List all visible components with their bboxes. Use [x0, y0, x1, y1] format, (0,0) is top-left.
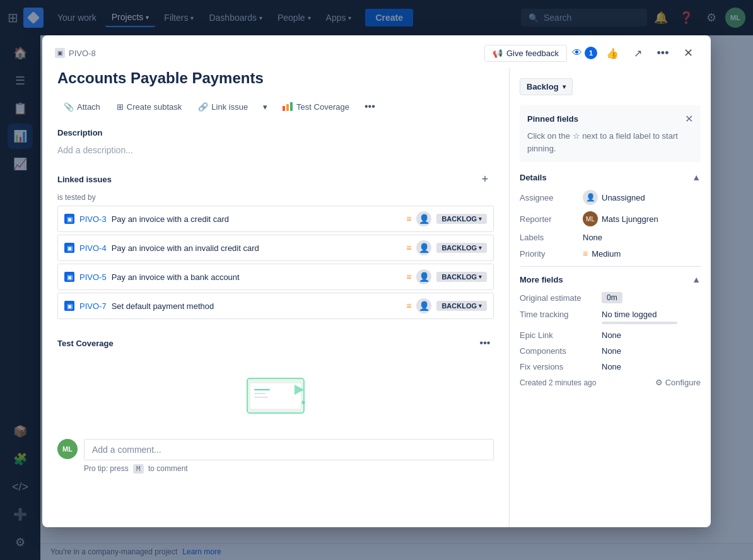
time-tracking-value[interactable]: No time logged — [602, 310, 677, 324]
original-estimate-badge[interactable]: 0m — [602, 292, 622, 303]
description-section: Description Add a description... — [57, 128, 494, 158]
linked-issue-type-icon: ▣ — [64, 243, 74, 253]
modal-header: ▣ PIVO-8 📢 Give feedback 👁 1 👍 ↗ ••• ✕ — [42, 35, 711, 68]
thumbsup-icon[interactable]: 👍 — [602, 43, 622, 63]
linked-issue-summary: Set default payment method — [112, 301, 402, 311]
feedback-label: Give feedback — [506, 49, 559, 58]
toolbar-more-button[interactable]: ••• — [359, 98, 380, 115]
test-coverage-section: Test Coverage ••• — [57, 334, 494, 429]
linked-issue-item[interactable]: ▣ PIVO-5 Pay an invoice with a bank acco… — [57, 264, 494, 290]
test-coverage-header: Test Coverage ••• — [57, 334, 494, 352]
modal-body: Accounts Payable Payments 📎 Attach ⊞ Cre… — [42, 68, 711, 527]
components-value[interactable]: None — [602, 346, 621, 356]
test-coverage-more-button[interactable]: ••• — [476, 334, 494, 352]
reporter-row: Reporter ML Mats Ljunggren — [520, 211, 701, 226]
linked-issue-key[interactable]: PIVO-7 — [79, 301, 107, 311]
link-issue-button[interactable]: 🔗 Link issue — [192, 99, 254, 115]
dropdown-arrow-button[interactable]: ▾ — [258, 99, 272, 115]
modal-main: Accounts Payable Payments 📎 Attach ⊞ Cre… — [42, 68, 509, 527]
status-badge[interactable]: BACKLOG ▾ — [436, 301, 487, 311]
assignee-value[interactable]: 👤 Unassigned — [583, 190, 645, 205]
time-logged-text: No time logged — [602, 310, 677, 319]
linked-issue-item[interactable]: ▣ PIVO-3 Pay an invoice with a credit ca… — [57, 206, 494, 232]
priority-value[interactable]: ≡ Medium — [583, 248, 621, 259]
status-badge[interactable]: BACKLOG ▾ — [436, 243, 487, 253]
linked-issue-key[interactable]: PIVO-5 — [79, 272, 107, 282]
add-linked-issue-button[interactable]: + — [476, 170, 494, 188]
pinned-fields-description: Click on the ☆ next to a field label to … — [527, 130, 693, 155]
details-header[interactable]: Details ▲ — [520, 172, 701, 182]
more-options-icon[interactable]: ••• — [653, 43, 673, 63]
linked-issue-item[interactable]: ▣ PIVO-7 Set default payment method ≡ 👤 … — [57, 293, 494, 319]
priority-icon: ≡ — [406, 301, 411, 311]
give-feedback-button[interactable]: 📢 Give feedback — [484, 45, 567, 62]
time-track-bar — [602, 322, 677, 324]
linked-issue-item[interactable]: ▣ PIVO-4 Pay an invoice with an invalid … — [57, 235, 494, 261]
share-icon[interactable]: ↗ — [628, 43, 648, 63]
comment-avatar: ML — [57, 439, 78, 459]
linked-issue-key[interactable]: PIVO-4 — [79, 243, 107, 253]
attach-icon: 📎 — [64, 102, 74, 112]
comment-tip-suffix: to comment — [148, 464, 188, 473]
reporter-value[interactable]: ML Mats Ljunggren — [583, 211, 658, 226]
priority-icon: ≡ — [406, 272, 411, 282]
linked-issue-type-icon: ▣ — [64, 272, 74, 282]
attach-button[interactable]: 📎 Attach — [57, 99, 107, 115]
test-coverage-button[interactable]: Test Coverage — [276, 99, 356, 115]
linked-issues-title: Linked issues — [57, 175, 112, 184]
configure-button[interactable]: ⚙ Configure — [655, 378, 701, 387]
comment-area: ML Add a comment... — [57, 439, 494, 460]
pinned-fields-title: Pinned fields — [527, 114, 578, 124]
details-title: Details — [520, 173, 547, 182]
priority-row: Priority ≡ Medium — [520, 248, 701, 259]
status-chevron: ▾ — [563, 83, 566, 90]
pinned-fields-header: Pinned fields ✕ — [527, 113, 693, 125]
labels-row: Labels None — [520, 233, 701, 242]
divider — [520, 266, 701, 267]
status-button[interactable]: Backlog ▾ — [520, 78, 573, 95]
status-badge[interactable]: BACKLOG ▾ — [436, 214, 487, 224]
assignee-label: Assignee — [520, 193, 583, 202]
epic-link-value[interactable]: None — [602, 330, 621, 340]
linked-issue-summary: Pay an invoice with a credit card — [112, 214, 402, 224]
assignee-avatar: 👤 — [416, 298, 431, 313]
create-subtask-button[interactable]: ⊞ Create subtask — [110, 99, 188, 115]
more-fields-header[interactable]: More fields ▲ — [520, 274, 701, 284]
status-badge[interactable]: BACKLOG ▾ — [436, 272, 487, 282]
issue-id-container: ▣ PIVO-8 — [55, 48, 96, 58]
priority-name: Medium — [592, 249, 621, 259]
svg-rect-1 — [250, 383, 301, 409]
original-estimate-row: Original estimate 0m — [520, 292, 701, 303]
feedback-icon: 📢 — [493, 49, 503, 58]
epic-link-row: Epic Link None — [520, 330, 701, 340]
watch-container[interactable]: 👁 1 — [572, 47, 597, 59]
linked-issue-key[interactable]: PIVO-3 — [79, 214, 107, 224]
linked-issue-type-icon: ▣ — [64, 214, 74, 224]
configure-label: Configure — [665, 378, 701, 387]
pinned-fields-close-button[interactable]: ✕ — [685, 113, 693, 125]
linked-issues-section: Linked issues + is tested by ▣ PIVO-3 Pa… — [57, 170, 494, 319]
linked-issue-summary: Pay an invoice with a bank account — [112, 272, 402, 282]
comment-input[interactable]: Add a comment... — [84, 439, 494, 460]
close-button[interactable]: ✕ — [678, 43, 698, 63]
comment-tip: Pro tip: press M to comment — [84, 464, 494, 473]
description-input[interactable]: Add a description... — [57, 143, 494, 158]
issue-toolbar: 📎 Attach ⊞ Create subtask 🔗 Link issue ▾ — [57, 98, 494, 115]
fix-versions-value[interactable]: None — [602, 362, 621, 371]
pinned-fields-section: Pinned fields ✕ Click on the ☆ next to a… — [520, 105, 701, 162]
fix-versions-row: Fix versions None — [520, 362, 701, 371]
watch-icon: 👁 — [572, 47, 582, 59]
more-fields-toggle-icon: ▲ — [692, 274, 701, 284]
attach-label: Attach — [77, 102, 100, 112]
labels-value[interactable]: None — [583, 233, 602, 242]
reporter-avatar: ML — [583, 211, 598, 226]
issue-title[interactable]: Accounts Payable Payments — [57, 68, 494, 88]
create-subtask-label: Create subtask — [127, 102, 182, 112]
comment-tip-key: M — [133, 464, 144, 474]
description-label: Description — [57, 128, 494, 137]
assignee-name: Unassigned — [602, 193, 645, 202]
components-row: Components None — [520, 346, 701, 356]
status-label: Backlog — [527, 82, 559, 91]
modal: ▣ PIVO-8 📢 Give feedback 👁 1 👍 ↗ ••• ✕ — [42, 35, 711, 527]
assignee-avatar: 👤 — [416, 269, 431, 284]
